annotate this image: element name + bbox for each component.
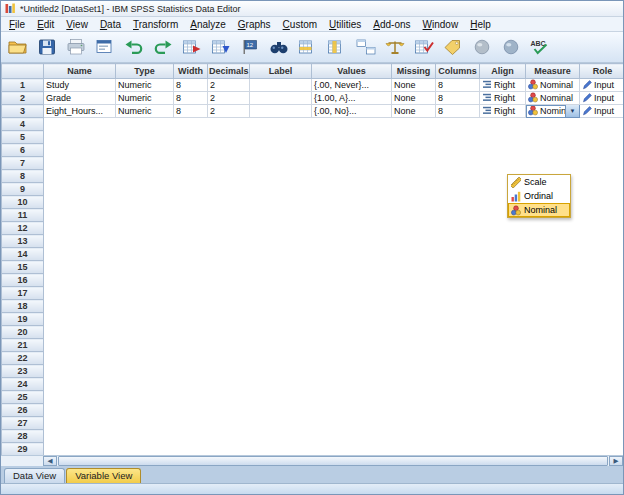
row-number[interactable]: 2	[2, 92, 44, 105]
row-number[interactable]: 1	[2, 79, 44, 92]
cell-type[interactable]: Numeric	[116, 105, 174, 118]
undo-button[interactable]	[120, 35, 148, 60]
split-file-button[interactable]	[352, 35, 380, 60]
use-variable-sets-button[interactable]	[468, 35, 496, 60]
cell-label[interactable]	[250, 105, 312, 118]
menu-item-transform[interactable]: Transform	[127, 19, 184, 30]
row-number[interactable]: 7	[2, 157, 44, 170]
cell-align[interactable]: Right	[480, 79, 526, 92]
row-number[interactable]: 18	[2, 300, 44, 313]
cell-values[interactable]: {1.00, A}...	[312, 92, 392, 105]
cell-measure[interactable]: Nominal	[526, 92, 580, 105]
col-header-width[interactable]: Width	[174, 64, 208, 79]
cell-label[interactable]	[250, 79, 312, 92]
cell-columns[interactable]: 8	[436, 105, 480, 118]
col-header-label[interactable]: Label	[250, 64, 312, 79]
measure-option-ordinal[interactable]: Ordinal	[508, 189, 570, 203]
cell-missing[interactable]: None	[392, 79, 436, 92]
row-number[interactable]: 19	[2, 313, 44, 326]
menu-item-edit[interactable]: Edit	[31, 19, 60, 30]
cell-width[interactable]: 8	[174, 105, 208, 118]
cell-decimals[interactable]: 2	[208, 105, 250, 118]
cell-decimals[interactable]: 2	[208, 92, 250, 105]
row-number[interactable]: 8	[2, 170, 44, 183]
col-header-missing[interactable]: Missing	[392, 64, 436, 79]
cell-role[interactable]: Input	[580, 92, 624, 105]
cell-values[interactable]: {.00, No}...	[312, 105, 392, 118]
print-button[interactable]	[62, 35, 90, 60]
row-number[interactable]: 12	[2, 222, 44, 235]
recall-dialogs-button[interactable]	[91, 35, 119, 60]
col-header-decimals[interactable]: Decimals	[208, 64, 250, 79]
col-header-name[interactable]: Name	[44, 64, 116, 79]
row-number[interactable]: 17	[2, 287, 44, 300]
cell-measure[interactable]: Nominal	[526, 79, 580, 92]
row-number[interactable]: 20	[2, 326, 44, 339]
menu-item-analyze[interactable]: Analyze	[184, 19, 232, 30]
cell-type[interactable]: Numeric	[116, 92, 174, 105]
menu-item-data[interactable]: Data	[94, 19, 127, 30]
row-number[interactable]: 5	[2, 131, 44, 144]
menu-item-utilities[interactable]: Utilities	[323, 19, 367, 30]
cell-name[interactable]: Study	[44, 79, 116, 92]
goto-variable-button[interactable]	[207, 35, 235, 60]
row-number[interactable]: 26	[2, 404, 44, 417]
cell-name[interactable]: Grade	[44, 92, 116, 105]
menu-item-window[interactable]: Window	[417, 19, 465, 30]
row-number[interactable]: 24	[2, 378, 44, 391]
row-number[interactable]: 29	[2, 443, 44, 456]
spell-check-button[interactable]: ABC	[526, 35, 554, 60]
row-number[interactable]: 15	[2, 261, 44, 274]
row-number[interactable]: 16	[2, 274, 44, 287]
measure-option-nominal[interactable]: Nominal	[508, 203, 570, 217]
row-number[interactable]: 11	[2, 209, 44, 222]
find-button[interactable]	[265, 35, 293, 60]
cell-missing[interactable]: None	[392, 105, 436, 118]
menu-item-graphs[interactable]: Graphs	[232, 19, 277, 30]
insert-variable-button[interactable]	[323, 35, 351, 60]
row-number[interactable]: 21	[2, 339, 44, 352]
cell-role[interactable]: Input	[580, 105, 624, 118]
cell-values[interactable]: {.00, Never}...	[312, 79, 392, 92]
cell-role[interactable]: Input	[580, 79, 624, 92]
row-number[interactable]: 23	[2, 365, 44, 378]
row-number[interactable]: 25	[2, 391, 44, 404]
row-number[interactable]: 28	[2, 430, 44, 443]
show-all-variables-button[interactable]	[497, 35, 525, 60]
cell-align[interactable]: Right	[480, 105, 526, 118]
row-number[interactable]: 3	[2, 105, 44, 118]
save-button[interactable]	[33, 35, 61, 60]
col-header-type[interactable]: Type	[116, 64, 174, 79]
cell-columns[interactable]: 8	[436, 92, 480, 105]
cell-label[interactable]	[250, 92, 312, 105]
menu-item-addons[interactable]: Add-ons	[367, 19, 416, 30]
scrollbar-thumb[interactable]	[58, 456, 608, 466]
cell-align[interactable]: Right	[480, 92, 526, 105]
row-number[interactable]: 10	[2, 196, 44, 209]
row-number[interactable]: 13	[2, 235, 44, 248]
tab-variable-view[interactable]: Variable View	[66, 468, 141, 483]
row-number[interactable]: 4	[2, 118, 44, 131]
corner-header[interactable]	[2, 64, 44, 79]
select-cases-button[interactable]	[410, 35, 438, 60]
col-header-measure[interactable]: Measure	[526, 64, 580, 79]
measure-option-scale[interactable]: Scale	[508, 175, 570, 189]
scroll-left-button[interactable]: ◀	[43, 456, 57, 466]
menu-item-help[interactable]: Help	[464, 19, 497, 30]
goto-case-button[interactable]	[178, 35, 206, 60]
col-header-role[interactable]: Role	[580, 64, 624, 79]
cell-width[interactable]: 8	[174, 92, 208, 105]
row-number[interactable]: 27	[2, 417, 44, 430]
row-number[interactable]: 14	[2, 248, 44, 261]
cell-decimals[interactable]: 2	[208, 79, 250, 92]
cell-measure[interactable]: Nominal▼	[526, 105, 580, 118]
measure-dropdown-button[interactable]: ▼	[565, 105, 579, 117]
menu-item-view[interactable]: View	[60, 19, 94, 30]
open-button[interactable]	[4, 35, 32, 60]
cell-type[interactable]: Numeric	[116, 79, 174, 92]
value-labels-button[interactable]	[439, 35, 467, 60]
insert-cases-button[interactable]	[294, 35, 322, 60]
redo-button[interactable]	[149, 35, 177, 60]
cell-name[interactable]: Eight_Hours...	[44, 105, 116, 118]
scroll-right-button[interactable]: ▶	[609, 456, 623, 466]
